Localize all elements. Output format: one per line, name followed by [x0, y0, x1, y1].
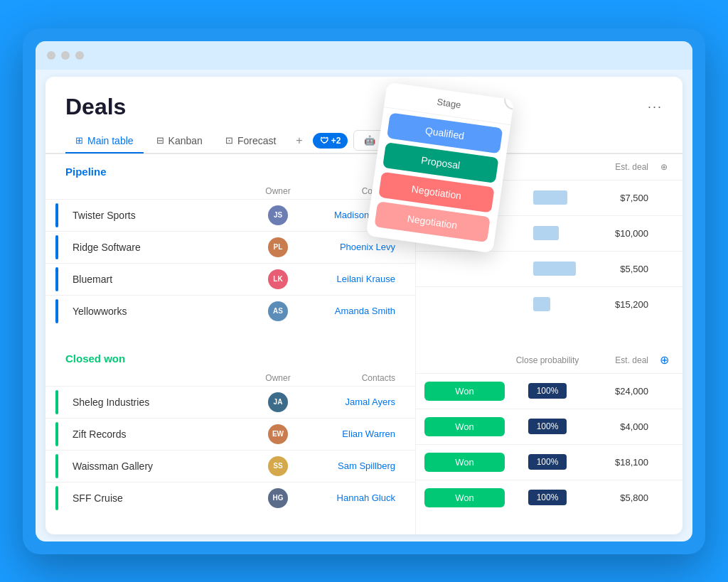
tab-main-table[interactable]: ⊞ Main table: [65, 129, 144, 153]
prob-pill: 100%: [528, 454, 567, 470]
window-chrome: Deals ··· ⊞ Main table ⊟ Kanban ⊡ Foreca…: [36, 41, 692, 541]
right-row-closed: Won 100% $24,000: [416, 373, 682, 409]
closed-won-group-header: Closed won: [46, 341, 415, 370]
row-indicator-green: [55, 486, 58, 510]
pr-deal-cell: $15,200: [590, 299, 654, 310]
table-row: Ridge Software PL Phoenix Levy: [46, 231, 415, 263]
row-contact[interactable]: Leilani Krause: [303, 274, 395, 284]
tab-kanban[interactable]: ⊟ Kanban: [146, 129, 213, 152]
shield-icon: 🛡: [320, 136, 328, 146]
pr-deal-cell: $10,000: [590, 228, 654, 239]
col-contacts-header2: Contacts: [303, 373, 395, 383]
row-name: Bluemart: [65, 274, 253, 285]
tab-main-table-label: Main table: [87, 135, 134, 146]
row-indicator: [55, 299, 58, 323]
table-row: Sheleg Industries JA Jamal Ayers: [46, 386, 415, 418]
stage-bar: [533, 297, 550, 311]
pipeline-col-headers: Owner Contacts: [46, 183, 415, 199]
col-owner-header: Owner: [253, 186, 303, 196]
row-name: SFF Cruise: [65, 492, 253, 504]
avatar: PL: [268, 237, 288, 257]
table-row: SFF Cruise HG Hannah Gluck: [46, 482, 415, 514]
avatar: JA: [268, 392, 288, 412]
row-avatar: LK: [253, 269, 303, 289]
prob-pill: 100%: [528, 419, 567, 434]
stage-bar: [533, 226, 559, 240]
closed-col-headers: Owner Contacts: [46, 370, 415, 386]
table-row: Yellowworks AS Amanda Smith: [46, 295, 415, 327]
row-name: Zift Records: [65, 429, 253, 440]
row-indicator-green: [55, 390, 58, 414]
app-content: Deals ··· ⊞ Main table ⊟ Kanban ⊡ Foreca…: [46, 77, 682, 534]
tab-forecast[interactable]: ⊡ Forecast: [215, 129, 286, 152]
closed-right-col-headers: Close probability Est. deal ⊕: [416, 347, 682, 373]
row-avatar: EW: [253, 424, 303, 444]
row-name: Ridge Software: [65, 242, 253, 253]
dot1: [47, 51, 55, 60]
stage-bar: [533, 190, 567, 205]
row-avatar: HG: [253, 488, 303, 508]
row-contact[interactable]: Hannah Gluck: [303, 492, 395, 503]
add-column-button[interactable]: ⊕: [654, 162, 674, 172]
rc-prob-header: Close probability: [505, 355, 590, 365]
row-contact[interactable]: Jamal Ayers: [303, 397, 395, 407]
row-avatar: SS: [253, 456, 303, 476]
deal-value: $5,800: [590, 492, 654, 503]
page-title: Deals: [65, 94, 126, 120]
shield-badge: 🛡 +2: [313, 133, 348, 149]
avatar: JS: [268, 205, 288, 225]
prob-pill: 100%: [528, 383, 567, 399]
row-avatar: PL: [253, 237, 303, 257]
pr-bar-cell: [533, 262, 590, 276]
row-contact[interactable]: Phoenix Levy: [303, 242, 395, 252]
table-row: Twister Sports JS Madison Doyle: [46, 199, 415, 231]
outer-frame: Deals ··· ⊞ Main table ⊟ Kanban ⊡ Foreca…: [23, 28, 705, 554]
tabs-bar: ⊞ Main table ⊟ Kanban ⊡ Forecast + 🛡 +2: [46, 120, 682, 154]
header-right: ···: [648, 99, 663, 114]
main-table: Pipeline Owner Contacts Twister Sports J…: [46, 154, 415, 534]
pr-deal-cell: $7,500: [590, 193, 654, 203]
row-avatar: JS: [253, 205, 303, 225]
pipeline-group-header: Pipeline: [46, 154, 415, 183]
tab-kanban-label: Kanban: [168, 135, 203, 146]
row-indicator: [55, 203, 58, 227]
deal-value: $4,000: [590, 421, 654, 432]
pr-deal-header: Est. deal: [590, 162, 654, 172]
robot-icon: 🤖: [364, 135, 375, 146]
avatar: EW: [268, 424, 288, 444]
table-row: Zift Records EW Elian Warren: [46, 418, 415, 450]
prob-cell: 100%: [505, 419, 590, 434]
pr-bar-cell: [533, 297, 590, 311]
deal-value: $18,100: [590, 457, 654, 468]
add-col-button2[interactable]: ⊕: [654, 353, 674, 367]
closed-right-spacer: [416, 322, 682, 347]
row-name: Twister Sports: [65, 210, 253, 221]
forecast-icon: ⊡: [225, 135, 233, 146]
table-area: Pipeline Owner Contacts Twister Sports J…: [46, 154, 682, 534]
row-contact[interactable]: Elian Warren: [303, 429, 395, 439]
row-indicator: [55, 267, 58, 291]
stage-bar: [533, 262, 576, 276]
tab-forecast-label: Forecast: [237, 135, 276, 146]
right-row: $15,200: [416, 286, 682, 322]
more-options-button[interactable]: ···: [648, 99, 663, 114]
badge-count: +2: [331, 136, 341, 146]
prob-cell: 100%: [505, 454, 590, 470]
col-owner-header2: Owner: [253, 373, 303, 383]
row-name: Waissman Gallery: [65, 460, 253, 472]
header: Deals ···: [46, 77, 682, 120]
right-row-closed: Won 100% $4,000: [416, 409, 682, 444]
avatar: AS: [268, 301, 288, 321]
row-indicator-green: [55, 454, 58, 478]
table-row: Bluemart LK Leilani Krause: [46, 263, 415, 295]
row-indicator-green: [55, 422, 58, 446]
row-contact[interactable]: Sam Spillberg: [303, 460, 395, 471]
group-spacer: [46, 327, 415, 341]
won-stage-pill: Won: [424, 382, 505, 401]
deal-value: $24,000: [590, 386, 654, 397]
rc-deal-header: Est. deal: [590, 355, 654, 365]
row-contact[interactable]: Amanda Smith: [303, 306, 395, 316]
table-row: Waissman Gallery SS Sam Spillberg: [46, 450, 415, 482]
add-tab-button[interactable]: +: [289, 129, 309, 153]
won-stage-pill: Won: [424, 453, 505, 472]
